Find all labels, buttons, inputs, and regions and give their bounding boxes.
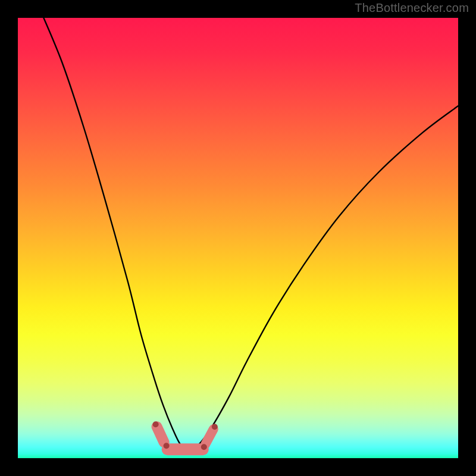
svg-point-1: [164, 443, 170, 449]
optimal-band: [153, 421, 218, 450]
chart-svg: [18, 18, 458, 458]
svg-point-2: [201, 444, 207, 450]
watermark-text: TheBottlenecker.com: [355, 1, 469, 15]
chart-frame: TheBottlenecker.com: [0, 0, 476, 476]
bottleneck-curve: [40, 18, 458, 449]
svg-point-3: [212, 424, 218, 430]
svg-point-0: [153, 421, 159, 427]
plot-area: [18, 18, 458, 458]
